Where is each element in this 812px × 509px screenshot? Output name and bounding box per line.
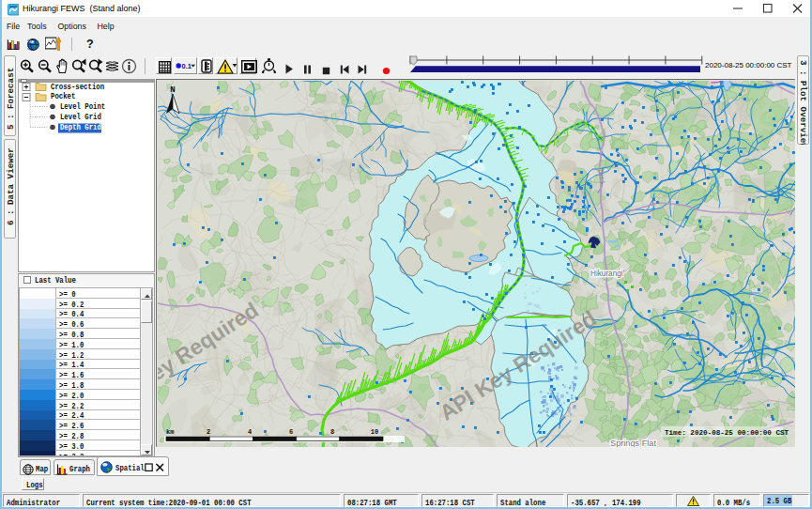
- svg-text:6: 6: [288, 428, 292, 436]
- svg-text:Pocket: Pocket: [51, 92, 75, 102]
- svg-text:10: 10: [370, 428, 377, 436]
- svg-text:Springs Flat: Springs Flat: [610, 439, 656, 447]
- svg-text:8: 8: [329, 428, 333, 436]
- svg-text:Time: 2020-08-25 00:00:00 CST: Time: 2020-08-25 00:00:00 CST: [665, 428, 789, 436]
- svg-text:0.1: 0.1: [182, 62, 192, 70]
- svg-text:Level Point: Level Point: [60, 102, 105, 113]
- svg-text:N: N: [170, 85, 175, 95]
- svg-text:3 : Plot Overview: 3 : Plot Overview: [798, 60, 808, 145]
- svg-text:Cross-section: Cross-section: [51, 83, 104, 92]
- svg-text:2: 2: [206, 428, 209, 436]
- svg-text:Depth Grid: Depth Grid: [60, 123, 101, 133]
- svg-text:Hikurangi: Hikurangi: [590, 270, 623, 278]
- svg-text:5 : Forecast: 5 : Forecast: [6, 68, 16, 130]
- svg-text:4: 4: [247, 428, 251, 436]
- svg-text:6 : Data Viewer: 6 : Data Viewer: [6, 147, 16, 225]
- svg-text:km: km: [166, 428, 174, 436]
- svg-text:Level Grid: Level Grid: [60, 113, 101, 123]
